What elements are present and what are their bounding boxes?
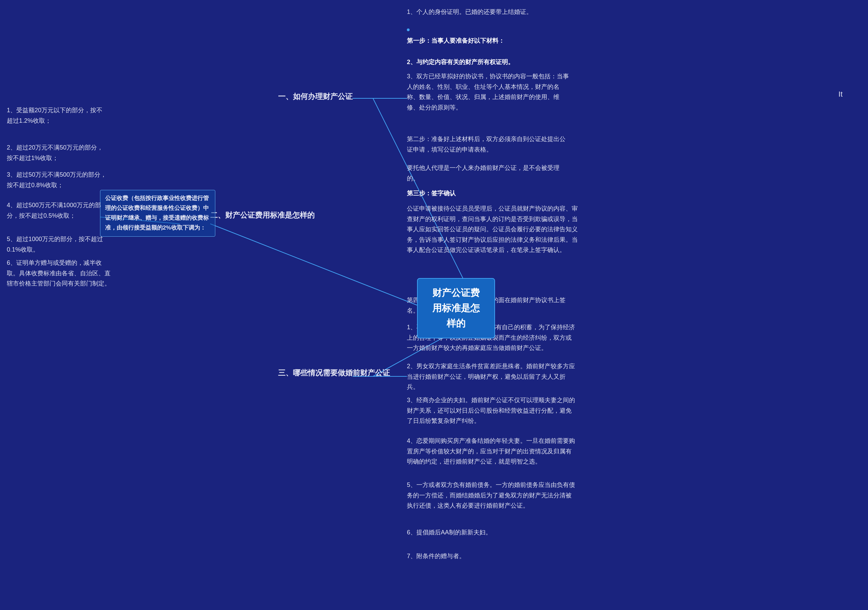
- left-item-1: 1、受益额20万元以下的部分，按不超过1.2%收取；: [7, 105, 107, 126]
- step2-note: 要托他人代理是一个人来办婚前财产公证，是不会被受理的。: [407, 163, 560, 183]
- step1-item1: 1、个人的身份证明。已婚的还要带上结婚证。: [407, 7, 532, 17]
- branch2-sub-label: 公证收费（包括按行政事业性收费进行管理的公证收费和经营服务性公证收费）中证明财产…: [100, 190, 215, 237]
- mind-map: 财产公证费用标准是怎样的 一、如何办理财产公证 二、财产公证费用标准是怎样的 三…: [0, 0, 868, 610]
- left-item-6: 6、证明单方赠与或受赠的，减半收取。具体收费标准由各省、自治区、直辖市价格主管部…: [7, 258, 112, 289]
- branch3-item3: 3、经商办企业的夫妇。婚前财产公证不仅可以理顺夫妻之间的财产关系，还可以对日后公…: [407, 395, 577, 426]
- left-item-3: 3、超过50万元不满500万元的部分，按不超过0.8%收取；: [7, 169, 107, 190]
- step1-label: 第一步：当事人要准备好以下材料：: [407, 36, 505, 46]
- branch1-label: 一、如何办理财产公证: [278, 92, 353, 102]
- central-topic: 财产公证费用标准是怎样的: [417, 278, 495, 338]
- branch3-item5: 5、一方或者双方负有婚前债务。一方的婚前债务应当由负有债务的一方偿还，而婚结婚婚…: [407, 480, 577, 511]
- left-item-5: 5、超过1000万元的部分，按不超过0.1%收取。: [7, 234, 107, 255]
- step1-item3: 3、双方已经草拟好的协议书，协议书的内容一般包括：当事人的姓名、性别、职业、住址…: [407, 71, 570, 113]
- left-item-2: 2、超过20万元不满50万元的部分，按不超过1%收取；: [7, 143, 107, 163]
- step3-content: 公证申请被接待公证员员受理后，公证员就财产协议的内容、审查财产的权利证明，查问当…: [407, 203, 583, 255]
- branch3-label: 三、哪些情况需要做婚前财产公证: [278, 368, 390, 378]
- central-topic-text: 财产公证费用标准是怎样的: [432, 287, 480, 329]
- step1-item2: 2、与约定内容有关的财产所有权证明。: [407, 57, 514, 67]
- corner-text: It: [839, 90, 843, 99]
- step2-content: 第二步：准备好上述材料后，双方必须亲自到公证处提出公证申请，填写公证的申请表格。: [407, 134, 570, 155]
- step1-bullet: [407, 25, 412, 35]
- branch3-item4: 4、恋爱期间购买房产准备结婚的年轻夫妻。一旦在婚前需要购置房产等价值较大财产的，…: [407, 436, 577, 467]
- branch3-item7: 7、附条件的赠与者。: [407, 551, 465, 562]
- branch2-label: 二、财产公证费用标准是怎样的: [210, 210, 315, 220]
- svg-line-1: [210, 224, 417, 305]
- step3-label: 第三步：签字确认: [407, 188, 456, 199]
- branch3-item6: 6、提倡婚后AA制的新新夫妇。: [407, 527, 491, 538]
- left-item-4: 4、超过500万元不满1000万元的部分，按不超过0.5%收取；: [7, 200, 107, 221]
- branch3-item2: 2、男女双方家庭生活条件贫富差距悬殊者。婚前财产较多方应当进行婚前财产公证，明确…: [407, 361, 577, 392]
